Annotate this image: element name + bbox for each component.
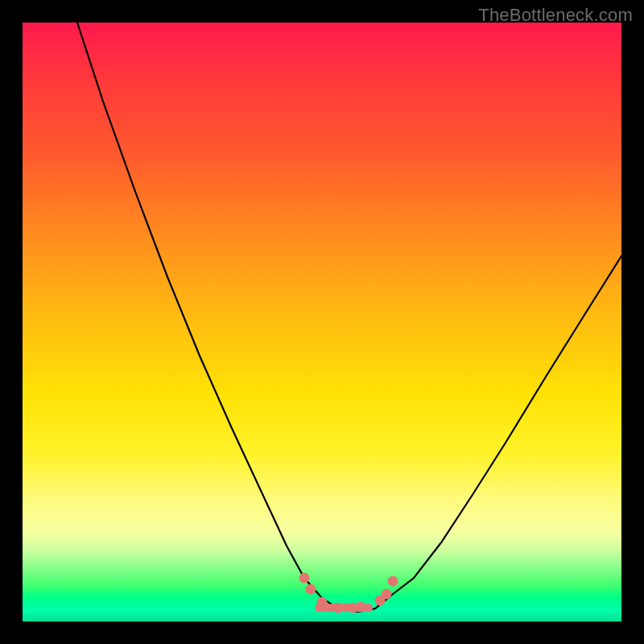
marker-group xyxy=(299,573,398,613)
marker-dot xyxy=(388,576,398,587)
marker-dot xyxy=(356,602,366,613)
watermark-text: TheBottleneck.com xyxy=(478,5,633,26)
plot-area xyxy=(23,23,621,621)
marker-dot xyxy=(317,597,328,608)
marker-dot xyxy=(333,603,344,613)
chart-svg xyxy=(23,23,621,621)
marker-dot xyxy=(382,589,392,600)
marker-dot xyxy=(306,584,316,595)
bottleneck-curve xyxy=(77,23,621,612)
outer-frame: TheBottleneck.com xyxy=(0,0,644,644)
marker-dot xyxy=(299,573,310,584)
